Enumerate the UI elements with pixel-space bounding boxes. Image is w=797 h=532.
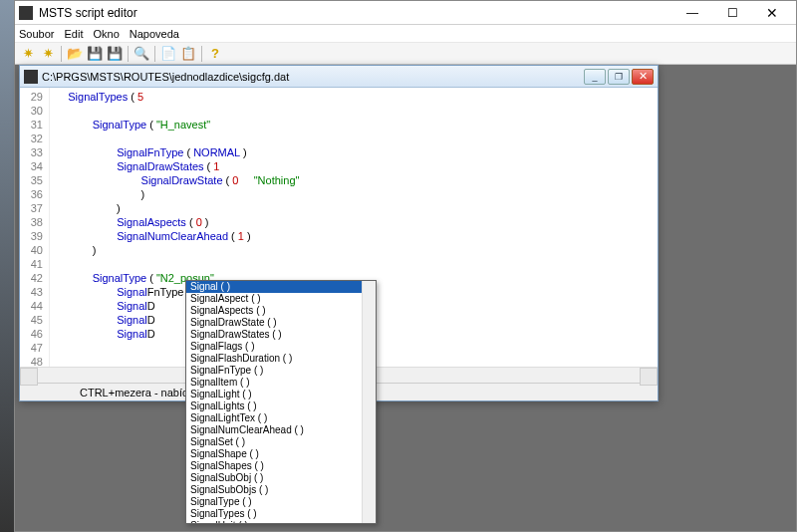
autocomplete-item[interactable]: SignalLight ( ) bbox=[186, 389, 362, 400]
editor-window-controls: _ ❐ ✕ bbox=[584, 69, 654, 85]
line-number: 42 bbox=[20, 271, 43, 285]
autocomplete-item[interactable]: SignalType ( ) bbox=[186, 496, 362, 508]
code-line[interactable] bbox=[56, 257, 658, 271]
line-number: 39 bbox=[20, 229, 43, 243]
autocomplete-item[interactable]: SignalItem ( ) bbox=[186, 377, 362, 389]
maximize-button[interactable]: ☐ bbox=[712, 3, 752, 23]
menubar: Soubor Edit Okno Napoveda bbox=[15, 25, 796, 43]
autocomplete-item[interactable]: SignalFnType ( ) bbox=[186, 365, 362, 377]
menu-okno[interactable]: Okno bbox=[93, 28, 119, 40]
autocomplete-item[interactable]: SignalShapes ( ) bbox=[186, 460, 362, 472]
titlebar: MSTS script editor — ☐ ✕ bbox=[15, 1, 796, 25]
autocomplete-item[interactable]: SignalUnit ( ) bbox=[186, 520, 362, 523]
code-line[interactable]: SignalTypes ( 5 bbox=[56, 90, 658, 104]
code-line[interactable]: ) bbox=[56, 187, 658, 201]
desktop-strip bbox=[0, 0, 14, 532]
autocomplete-item[interactable]: SignalTypes ( ) bbox=[186, 508, 362, 520]
autocomplete-list[interactable]: Signal ( )SignalAspect ( )SignalAspects … bbox=[186, 281, 362, 523]
autocomplete-item[interactable]: SignalSubObj ( ) bbox=[186, 472, 362, 484]
autocomplete-item[interactable]: SignalAspects ( ) bbox=[186, 305, 362, 317]
autocomplete-item[interactable]: SignalDrawStates ( ) bbox=[186, 329, 362, 341]
code-line[interactable]: SignalNumClearAhead ( 1 ) bbox=[56, 229, 658, 243]
code-line[interactable]: SignalFnType ( NORMAL ) bbox=[56, 145, 658, 159]
toolbar-sep bbox=[61, 46, 62, 62]
code-line[interactable]: SignalAspects ( 0 ) bbox=[56, 215, 658, 229]
line-number: 47 bbox=[20, 341, 43, 355]
save-all-icon[interactable]: 💾 bbox=[106, 45, 124, 63]
line-number: 43 bbox=[20, 285, 43, 299]
line-number: 29 bbox=[20, 90, 43, 104]
line-number: 31 bbox=[20, 118, 43, 132]
copy-icon[interactable]: 📄 bbox=[159, 45, 177, 63]
close-button[interactable]: ✕ bbox=[752, 3, 792, 23]
autocomplete-item[interactable]: SignalNumClearAhead ( ) bbox=[186, 424, 362, 436]
window-controls: — ☐ ✕ bbox=[672, 3, 792, 23]
new-icon[interactable]: ✷ bbox=[19, 45, 37, 63]
toolbar: ✷ ✷ 📂 💾 💾 🔍 📄 📋 ? bbox=[15, 43, 796, 65]
autocomplete-item[interactable]: SignalAspect ( ) bbox=[186, 293, 362, 305]
autocomplete-item[interactable]: Signal ( ) bbox=[186, 281, 362, 293]
line-number: 37 bbox=[20, 201, 43, 215]
code-line[interactable]: SignalDrawStates ( 1 bbox=[56, 159, 658, 173]
mdi-area: C:\PRGS\MSTS\ROUTES\jednodlazdice\sigcfg… bbox=[15, 65, 796, 531]
autocomplete-item[interactable]: SignalLightTex ( ) bbox=[186, 412, 362, 424]
autocomplete-popup[interactable]: Signal ( )SignalAspect ( )SignalAspects … bbox=[185, 280, 377, 524]
autocomplete-item[interactable]: SignalSet ( ) bbox=[186, 436, 362, 448]
menu-edit[interactable]: Edit bbox=[64, 28, 83, 40]
new-wizard-icon[interactable]: ✷ bbox=[39, 45, 57, 63]
editor-titlebar: C:\PRGS\MSTS\ROUTES\jednodlazdice\sigcfg… bbox=[20, 66, 658, 88]
autocomplete-item[interactable]: SignalDrawState ( ) bbox=[186, 317, 362, 329]
autocomplete-item[interactable]: SignalLights ( ) bbox=[186, 400, 362, 412]
help-icon[interactable]: ? bbox=[206, 45, 224, 63]
editor-minimize-button[interactable]: _ bbox=[584, 69, 606, 85]
editor-maximize-button[interactable]: ❐ bbox=[608, 69, 630, 85]
line-number: 36 bbox=[20, 187, 43, 201]
toolbar-sep bbox=[154, 46, 155, 62]
code-line[interactable]: SignalType ( "H_navest" bbox=[56, 118, 658, 132]
app-icon bbox=[19, 6, 33, 20]
line-number: 33 bbox=[20, 145, 43, 159]
toolbar-sep bbox=[201, 46, 202, 62]
line-number: 41 bbox=[20, 257, 43, 271]
code-line[interactable]: ) bbox=[56, 201, 658, 215]
line-gutter: 2930313233343536373839404142434445464748… bbox=[20, 88, 50, 367]
autocomplete-item[interactable]: SignalFlags ( ) bbox=[186, 341, 362, 353]
autocomplete-item[interactable]: SignalFlashDuration ( ) bbox=[186, 353, 362, 365]
line-number: 35 bbox=[20, 173, 43, 187]
line-number: 38 bbox=[20, 215, 43, 229]
line-number: 48 bbox=[20, 355, 43, 367]
line-number: 46 bbox=[20, 327, 43, 341]
menu-napoveda[interactable]: Napoveda bbox=[130, 28, 179, 40]
main-window: MSTS script editor — ☐ ✕ Soubor Edit Okn… bbox=[14, 0, 797, 532]
open-icon[interactable]: 📂 bbox=[66, 45, 84, 63]
minimize-button[interactable]: — bbox=[672, 3, 712, 23]
line-number: 40 bbox=[20, 243, 43, 257]
editor-close-button[interactable]: ✕ bbox=[632, 69, 654, 85]
autocomplete-item[interactable]: SignalShape ( ) bbox=[186, 448, 362, 460]
window-title: MSTS script editor bbox=[39, 6, 672, 20]
code-line[interactable] bbox=[56, 132, 658, 145]
status-text: CTRL+mezera - nabídne bbox=[80, 387, 200, 399]
line-number: 45 bbox=[20, 313, 43, 327]
line-number: 32 bbox=[20, 132, 43, 145]
menu-soubor[interactable]: Soubor bbox=[19, 28, 54, 40]
line-number: 34 bbox=[20, 159, 43, 173]
save-icon[interactable]: 💾 bbox=[86, 45, 104, 63]
line-number: 44 bbox=[20, 299, 43, 313]
code-line[interactable] bbox=[56, 104, 658, 118]
toolbar-sep bbox=[128, 46, 129, 62]
autocomplete-scrollbar[interactable] bbox=[362, 281, 376, 523]
search-icon[interactable]: 🔍 bbox=[133, 45, 150, 63]
code-line[interactable]: SignalDrawState ( 0 "Nothing" bbox=[56, 173, 658, 187]
file-icon bbox=[24, 70, 38, 84]
editor-title: C:\PRGS\MSTS\ROUTES\jednodlazdice\sigcfg… bbox=[42, 71, 584, 83]
code-line[interactable]: ) bbox=[56, 243, 658, 257]
line-number: 30 bbox=[20, 104, 43, 118]
paste-icon[interactable]: 📋 bbox=[179, 45, 197, 63]
autocomplete-item[interactable]: SignalSubObjs ( ) bbox=[186, 484, 362, 496]
